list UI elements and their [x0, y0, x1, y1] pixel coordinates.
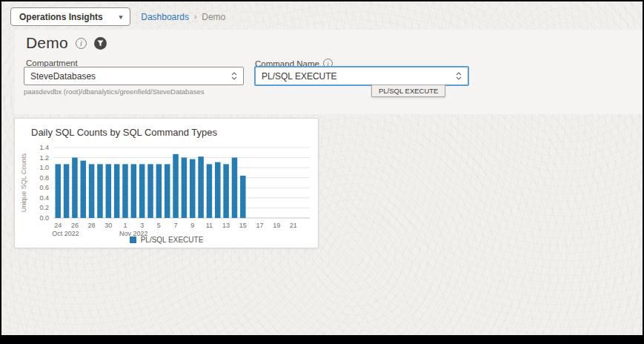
breadcrumb-current: Demo: [202, 12, 225, 22]
svg-text:1.0: 1.0: [39, 164, 49, 171]
chevron-down-icon: ▾: [119, 13, 123, 21]
bar[interactable]: [223, 164, 229, 218]
funnel-glyph: [97, 40, 104, 47]
svg-text:0.4: 0.4: [39, 194, 49, 202]
filter-icon[interactable]: [94, 37, 107, 50]
bar[interactable]: [114, 164, 120, 218]
bar[interactable]: [131, 164, 137, 218]
select-stepper-icon: [231, 72, 237, 80]
svg-text:30: 30: [104, 222, 112, 229]
svg-text:1: 1: [123, 222, 127, 229]
legend-label: PL/SQL EXECUTE: [141, 236, 204, 244]
svg-text:0.0: 0.0: [39, 214, 49, 222]
bar[interactable]: [147, 164, 153, 218]
info-icon[interactable]: i: [76, 38, 87, 49]
select-stepper-icon: [456, 72, 462, 80]
select-value-tooltip: PL/SQL EXECUTE: [371, 85, 445, 97]
app-window: Operations Insights ▾ Dashboards › Demo …: [0, 0, 644, 344]
bar[interactable]: [215, 162, 221, 218]
breadcrumb-separator: ›: [194, 13, 196, 21]
bar[interactable]: [81, 161, 87, 218]
bar[interactable]: [198, 156, 204, 218]
svg-text:9: 9: [190, 222, 194, 229]
bar[interactable]: [207, 164, 213, 218]
bar[interactable]: [122, 164, 128, 218]
bar[interactable]: [64, 164, 70, 218]
svg-text:3: 3: [140, 222, 144, 229]
top-toolbar: Operations Insights ▾ Dashboards › Demo: [10, 7, 225, 26]
svg-text:0.2: 0.2: [39, 204, 49, 211]
bar[interactable]: [165, 164, 170, 218]
bar[interactable]: [190, 159, 196, 218]
svg-text:0.8: 0.8: [39, 174, 49, 182]
bar[interactable]: [72, 158, 78, 218]
svg-text:28: 28: [88, 222, 96, 229]
bar[interactable]: [89, 164, 95, 218]
compartment-select-value: SteveDatabases: [30, 71, 96, 82]
svg-text:15: 15: [239, 222, 247, 229]
bar[interactable]: [139, 164, 145, 218]
command-name-select[interactable]: PL/SQL EXECUTE: [254, 66, 469, 86]
page-title-row: Demo i: [26, 34, 107, 52]
svg-text:Unique SQL Counts: Unique SQL Counts: [20, 153, 27, 212]
breadcrumb-link-dashboards[interactable]: Dashboards: [141, 12, 189, 22]
compartment-select[interactable]: SteveDatabases: [24, 67, 244, 85]
bar[interactable]: [97, 164, 103, 218]
app-switcher-label: Operations Insights: [19, 12, 103, 22]
svg-text:19: 19: [273, 222, 280, 229]
svg-text:26: 26: [71, 222, 79, 229]
bar[interactable]: [240, 176, 246, 218]
breadcrumb: Dashboards › Demo: [141, 12, 225, 22]
command-name-select-value: PL/SQL EXECUTE: [262, 71, 337, 82]
svg-text:7: 7: [174, 222, 178, 229]
svg-text:24: 24: [54, 222, 62, 229]
svg-text:13: 13: [222, 222, 230, 229]
svg-text:1.2: 1.2: [39, 154, 49, 162]
svg-text:21: 21: [290, 222, 297, 229]
legend-swatch: [130, 236, 136, 243]
svg-text:1.4: 1.4: [39, 144, 49, 151]
page-title: Demo: [26, 34, 68, 52]
bar[interactable]: [55, 164, 61, 218]
bar[interactable]: [232, 158, 238, 218]
chart-legend: PL/SQL EXECUTE: [15, 236, 318, 244]
dashboard-header-panel: Demo i Compartment SteveDatabases paasde…: [15, 30, 643, 114]
bar[interactable]: [156, 164, 162, 218]
app-switcher-button[interactable]: Operations Insights ▾: [10, 7, 130, 26]
bar[interactable]: [106, 164, 112, 218]
svg-text:11: 11: [206, 222, 213, 229]
svg-text:5: 5: [157, 222, 161, 229]
svg-text:0.6: 0.6: [39, 184, 49, 191]
bar[interactable]: [182, 158, 187, 218]
taskbar-strip: [1, 335, 643, 343]
chart-title: Daily SQL Counts by SQL Command Types: [31, 127, 217, 138]
svg-text:17: 17: [256, 222, 263, 229]
compartment-path-hint: paasdevdbx (root)/dbanalytics/greenfield…: [24, 87, 204, 96]
chart-card: Daily SQL Counts by SQL Command Types 0.…: [14, 118, 319, 248]
bar-chart: 0.00.20.40.60.81.01.21.4Unique SQL Count…: [18, 141, 316, 237]
bar[interactable]: [173, 154, 179, 218]
